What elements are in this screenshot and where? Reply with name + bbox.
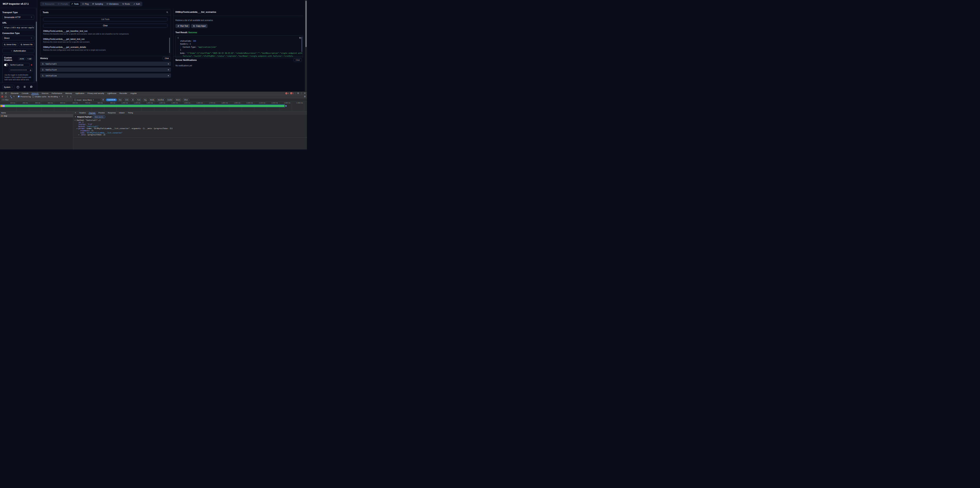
- tree-toggle-icon[interactable]: ▶: [79, 134, 80, 136]
- run-tool-button[interactable]: Run Tool: [175, 24, 190, 28]
- tool-result-json[interactable]: {statusCode: 200headers: {Content-Type: …: [175, 35, 303, 58]
- collapse-arrow-icon[interactable]: ▼: [75, 116, 76, 118]
- import-har-icon[interactable]: [67, 96, 68, 98]
- expand-icon[interactable]: ▶: [168, 75, 169, 77]
- tree-toggle-icon[interactable]: ▼: [76, 128, 78, 130]
- tree-toggle-icon[interactable]: ▼: [75, 119, 76, 121]
- clear-notifications-button[interactable]: Clear: [294, 58, 302, 62]
- devtools-tab-recorder[interactable]: Recorder: [118, 92, 129, 95]
- preserve-log-checkbox[interactable]: Preserve log: [18, 96, 31, 98]
- network-conditions-icon[interactable]: [61, 95, 64, 98]
- payload-line[interactable]: name: "DltMcpToolsLambda___list_scenario…: [75, 132, 307, 134]
- payload-line[interactable]: method: "tools/call": [75, 126, 307, 128]
- tool-list-scrollbar[interactable]: [169, 37, 170, 55]
- payload-line[interactable]: ▶_meta: {progressToken: 2}: [75, 134, 307, 136]
- devtools-tab-memory[interactable]: Memory: [64, 92, 74, 95]
- tool-list-item[interactable]: DltMcpToolsLambda___get_scenario_details…: [43, 46, 167, 51]
- view-source-button[interactable]: View source: [92, 115, 105, 118]
- clear-network-log-icon[interactable]: [5, 96, 7, 98]
- issues-badge[interactable]: ✕ 1: [290, 92, 294, 94]
- tool-list-item[interactable]: DltMcpToolsLambda___get_latest_test_runR…: [43, 38, 167, 43]
- filter-pill-doc[interactable]: Doc: [118, 99, 123, 101]
- help-icon[interactable]: ?: [17, 86, 19, 88]
- tab-resources[interactable]: Resources: [41, 2, 56, 6]
- tab-tools[interactable]: Tools: [70, 2, 80, 6]
- detail-tab-payload[interactable]: Payload: [88, 112, 97, 114]
- network-filter-input[interactable]: Filter: [1, 99, 73, 101]
- payload-line[interactable]: id: 2: [75, 121, 307, 124]
- filter-pill-media[interactable]: Media: [148, 99, 156, 101]
- tab-auth[interactable]: Auth: [132, 2, 142, 6]
- tool-list-item[interactable]: DltMcpToolsLambda___get_baseline_test_ru…: [43, 30, 167, 35]
- filter-pill-font[interactable]: Font: [136, 99, 142, 101]
- copy-result-icon[interactable]: [299, 37, 301, 40]
- clear-history-button[interactable]: Clear: [163, 56, 171, 60]
- detail-tab-preview[interactable]: Preview: [97, 112, 106, 114]
- filter-icon[interactable]: [10, 96, 11, 98]
- devtools-tab-console[interactable]: Console: [20, 92, 30, 95]
- payload-line[interactable]: ▼{method: "tools/call",…}: [75, 119, 307, 121]
- header-value-input[interactable]: •••••••••••••• ◎: [9, 68, 33, 72]
- close-devtools-icon[interactable]: ✕: [304, 92, 306, 94]
- json-mode-button[interactable]: JSON: [18, 57, 25, 61]
- request-row-mcp[interactable]: {} mcp: [0, 114, 73, 117]
- search-icon[interactable]: [166, 11, 169, 14]
- delete-header-icon[interactable]: [30, 63, 33, 67]
- add-header-button[interactable]: + Add: [26, 57, 33, 61]
- tab-ping[interactable]: Ping: [81, 2, 91, 6]
- copy-input-button[interactable]: Copy Input: [191, 24, 207, 28]
- filter-pill-all[interactable]: All: [101, 99, 105, 101]
- devtools-tab-elements[interactable]: Elements: [9, 92, 20, 95]
- transport-type-select[interactable]: Streamable HTTP: [2, 15, 34, 20]
- github-icon[interactable]: [30, 85, 33, 89]
- devtools-tab-privacy-and-security[interactable]: Privacy and security: [86, 92, 106, 95]
- tab-roots[interactable]: Roots: [121, 2, 132, 6]
- name-column-header[interactable]: Name: [0, 112, 73, 114]
- result-scrollbar[interactable]: [301, 36, 302, 57]
- list-tools-button[interactable]: List Tools: [43, 17, 167, 21]
- devtools-tab-angular[interactable]: Angular: [129, 92, 138, 95]
- filter-pill-img[interactable]: Img: [142, 99, 148, 101]
- history-row[interactable]: 2. tools/list▶: [40, 67, 171, 72]
- detail-tab-initiator[interactable]: Initiator: [118, 112, 126, 114]
- devtools-tab-lighthouse[interactable]: Lighthouse: [106, 92, 118, 95]
- close-detail-icon[interactable]: ✕: [73, 112, 78, 114]
- record-network-log-button[interactable]: [1, 96, 3, 98]
- servers-file-button[interactable]: Servers File: [19, 42, 34, 47]
- header-name-input[interactable]: Authorization: [9, 63, 30, 67]
- server-entry-button[interactable]: Server Entry: [2, 42, 18, 47]
- invert-checkbox[interactable]: Invert: [74, 99, 81, 101]
- authentication-toggle-button[interactable]: Authentication: [2, 49, 34, 53]
- page-scrollbar[interactable]: [305, 0, 307, 91]
- devtools-tab-network[interactable]: Network: [30, 92, 40, 95]
- payload-line[interactable]: jsonrpc: "2.0": [75, 123, 307, 126]
- device-toolbar-icon[interactable]: [4, 92, 8, 95]
- history-row[interactable]: 3. tools/call▶: [40, 62, 171, 66]
- theme-select[interactable]: System: [2, 85, 14, 89]
- detail-tab-response[interactable]: Response: [106, 112, 118, 114]
- filter-pill-other[interactable]: Other: [182, 99, 189, 101]
- filter-pill-wasm[interactable]: Wasm: [175, 99, 182, 101]
- filter-pill-manifest[interactable]: Manifest: [156, 99, 165, 101]
- filter-pill-fetch-xhr[interactable]: Fetch/XHR: [106, 99, 117, 101]
- payload-line[interactable]: ▼params: {name: "DltMcpToolsLambda___lis…: [75, 128, 307, 130]
- devtools-tab-performance[interactable]: Performance: [50, 92, 64, 95]
- sidebar-scrollbar[interactable]: [36, 8, 37, 82]
- filter-pill-css[interactable]: CSS: [124, 99, 130, 101]
- network-settings-gear-icon[interactable]: ⚙: [304, 96, 306, 98]
- detail-tab-headers[interactable]: Headers: [78, 112, 88, 114]
- disable-cache-checkbox[interactable]: Disable cache: [32, 96, 46, 98]
- url-input[interactable]: https://dlt-mcp-server-wqa7zy: [2, 25, 34, 30]
- tab-elicitations[interactable]: Elicitations: [105, 2, 120, 6]
- search-network-icon[interactable]: [13, 96, 15, 98]
- history-row[interactable]: 1. initialize▶: [40, 73, 171, 78]
- devtools-tab-sources[interactable]: Sources: [40, 92, 50, 95]
- expand-icon[interactable]: ▶: [168, 69, 169, 70]
- tab-prompts[interactable]: Prompts: [56, 2, 69, 6]
- connection-type-select[interactable]: Direct: [2, 36, 34, 40]
- show-value-eye-icon[interactable]: ◎: [30, 69, 31, 71]
- console-error-badge[interactable]: ✕ 4: [285, 92, 289, 94]
- tab-sampling[interactable]: Sampling: [91, 2, 105, 6]
- inspect-element-icon[interactable]: [0, 92, 4, 95]
- devtools-tab-application[interactable]: Application: [74, 92, 86, 95]
